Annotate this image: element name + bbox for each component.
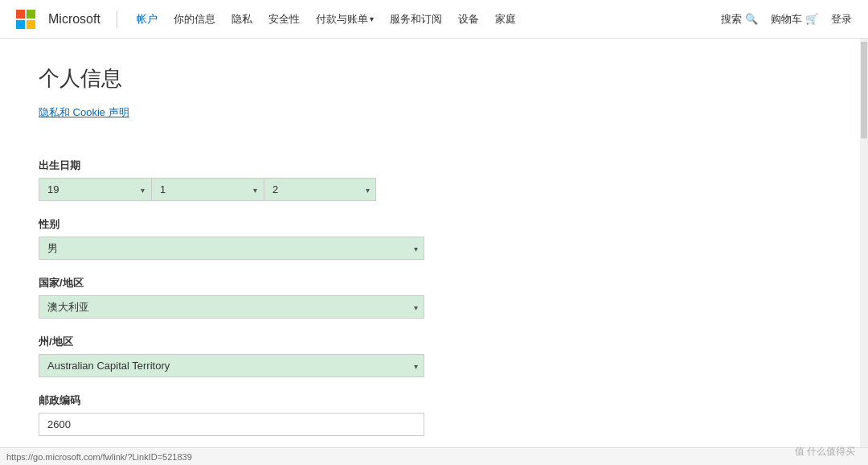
gender-wrapper: 男 (39, 237, 424, 260)
gender-select[interactable]: 男 (39, 237, 424, 260)
search-label: 搜索 (721, 12, 742, 27)
region-select[interactable]: Australian Capital Territory (39, 354, 424, 377)
header-actions: 搜索 🔍 购物车 🛒 登录 (721, 12, 852, 27)
header-divider (117, 11, 117, 27)
dob-day-select[interactable]: 2 (264, 178, 376, 201)
dob-month-select[interactable]: 1 (151, 178, 264, 201)
nav-devices[interactable]: 设备 (452, 9, 485, 30)
footer-watermark: 值 什么值得买 (795, 445, 855, 459)
nav-payment[interactable]: 付款与账单 ▾ (309, 9, 380, 30)
dob-row: 19 1 2 (39, 178, 424, 201)
privacy-cookie-link[interactable]: 隐私和 Cookie 声明 (39, 105, 129, 120)
page-title: 个人信息 (39, 64, 424, 93)
main-content: 个人信息 隐私和 Cookie 声明 出生日期 19 1 (0, 39, 463, 465)
brand-name: Microsoft (48, 12, 100, 27)
region-wrapper: Australian Capital Territory (39, 354, 424, 377)
country-label: 国家/地区 (39, 276, 424, 290)
dob-year-wrapper: 19 (39, 178, 151, 201)
dob-field-group: 出生日期 19 1 2 (39, 158, 424, 201)
postal-input[interactable] (39, 413, 424, 436)
nav-services[interactable]: 服务和订阅 (383, 9, 448, 30)
microsoft-logo[interactable] (16, 10, 35, 29)
nav-privacy[interactable]: 隐私 (225, 9, 259, 30)
nav-family[interactable]: 家庭 (489, 9, 522, 30)
dob-label: 出生日期 (39, 158, 424, 173)
dob-day-wrapper: 2 (264, 178, 376, 201)
postal-label: 邮政编码 (39, 393, 424, 408)
nav-myinfo[interactable]: 你的信息 (167, 9, 222, 30)
status-url: https://go.microsoft.com/fwlink/?LinkID=… (6, 452, 192, 462)
country-field-group: 国家/地区 澳大利亚 (39, 276, 424, 319)
country-wrapper: 澳大利亚 (39, 295, 424, 319)
nav-security[interactable]: 安全性 (262, 9, 306, 30)
country-select[interactable]: 澳大利亚 (39, 295, 424, 319)
nav-account[interactable]: 帐户 (130, 9, 164, 30)
cart-label: 购物车 (771, 12, 802, 27)
header: Microsoft 帐户 你的信息 隐私 安全性 付款与账单 ▾ 服务和订阅 设… (0, 0, 868, 39)
region-field-group: 州/地区 Australian Capital Territory (39, 335, 424, 377)
main-nav: 帐户 你的信息 隐私 安全性 付款与账单 ▾ 服务和订阅 设备 家庭 (130, 9, 721, 30)
gender-label: 性别 (39, 217, 424, 232)
dob-month-wrapper: 1 (151, 178, 264, 201)
cart-icon: 🛒 (805, 13, 818, 25)
search-button[interactable]: 搜索 🔍 (721, 12, 758, 27)
personal-info-form: 出生日期 19 1 2 (39, 158, 424, 465)
cart-button[interactable]: 购物车 🛒 (771, 12, 818, 27)
signin-button[interactable]: 登录 (831, 12, 852, 27)
status-bar: https://go.microsoft.com/fwlink/?LinkID=… (0, 447, 868, 465)
chevron-down-icon: ▾ (370, 14, 374, 23)
region-label: 州/地区 (39, 335, 424, 349)
watermark-text: 值 什么值得买 (795, 445, 855, 459)
postal-field-group: 邮政编码 (39, 393, 424, 436)
dob-year-select[interactable]: 19 (39, 178, 151, 201)
search-icon: 🔍 (745, 13, 758, 25)
gender-field-group: 性别 男 (39, 217, 424, 260)
